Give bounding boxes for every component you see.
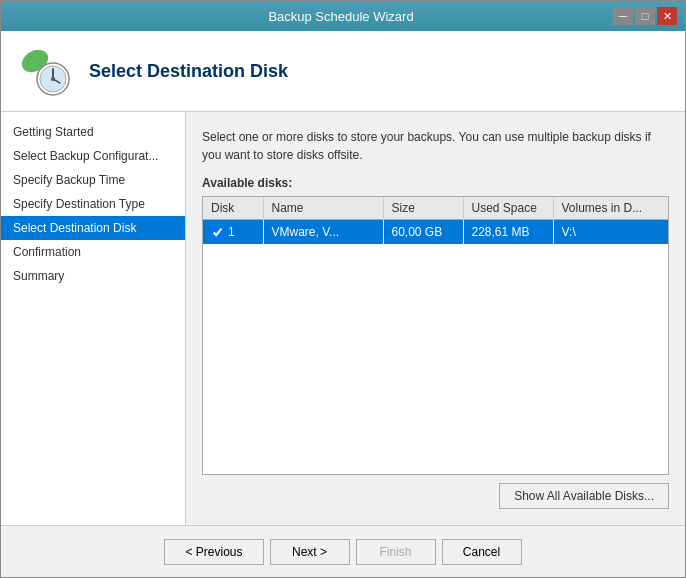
sidebar-item-confirmation[interactable]: Confirmation [1,240,185,264]
finish-button[interactable]: Finish [356,539,436,565]
description-text: Select one or more disks to store your b… [202,128,669,164]
window-title: Backup Schedule Wizard [69,9,613,24]
title-bar: Backup Schedule Wizard ─ □ ✕ [1,1,685,31]
sidebar-item-specify-backup-time[interactable]: Specify Backup Time [1,168,185,192]
footer: < Previous Next > Finish Cancel [1,525,685,577]
sidebar-item-getting-started[interactable]: Getting Started [1,120,185,144]
col-header-disk: Disk [203,197,263,220]
table-header-row: Disk Name Size Used Space Volumes in D..… [203,197,668,220]
cell-disk: 1 [203,220,263,245]
previous-button[interactable]: < Previous [164,539,263,565]
col-header-volumes: Volumes in D... [553,197,668,220]
cancel-button[interactable]: Cancel [442,539,522,565]
page-title: Select Destination Disk [89,61,288,82]
content-area: Getting Started Select Backup Configurat… [1,112,685,525]
disk-table-container: Disk Name Size Used Space Volumes in D..… [202,196,669,475]
cell-name: VMware, V... [263,220,383,245]
sidebar-item-select-destination-disk[interactable]: Select Destination Disk [1,216,185,240]
disk-table: Disk Name Size Used Space Volumes in D..… [203,197,668,244]
maximize-button[interactable]: □ [635,7,655,25]
show-all-disks-button[interactable]: Show All Available Disks... [499,483,669,509]
col-header-name: Name [263,197,383,220]
sidebar: Getting Started Select Backup Configurat… [1,112,186,525]
wizard-icon [17,43,73,99]
minimize-button[interactable]: ─ [613,7,633,25]
next-button[interactable]: Next > [270,539,350,565]
close-button[interactable]: ✕ [657,7,677,25]
cell-size: 60,00 GB [383,220,463,245]
title-bar-controls: ─ □ ✕ [613,7,677,25]
cell-used-space: 228,61 MB [463,220,553,245]
main-content-area: Select one or more disks to store your b… [186,112,685,525]
col-header-used-space: Used Space [463,197,553,220]
col-header-size: Size [383,197,463,220]
sidebar-item-specify-destination-type[interactable]: Specify Destination Type [1,192,185,216]
table-row[interactable]: 1 VMware, V... 60,00 GB 228,61 MB V:\ [203,220,668,245]
header-area: Select Destination Disk [1,31,685,112]
header-icon [17,43,73,99]
available-label: Available disks: [202,176,669,190]
sidebar-item-select-backup-config[interactable]: Select Backup Configurat... [1,144,185,168]
main-window: Backup Schedule Wizard ─ □ ✕ [0,0,686,578]
window-body: Select Destination Disk Getting Started … [1,31,685,577]
cell-volumes: V:\ [553,220,668,245]
disk-checkbox[interactable] [211,226,224,239]
sidebar-item-summary[interactable]: Summary [1,264,185,288]
